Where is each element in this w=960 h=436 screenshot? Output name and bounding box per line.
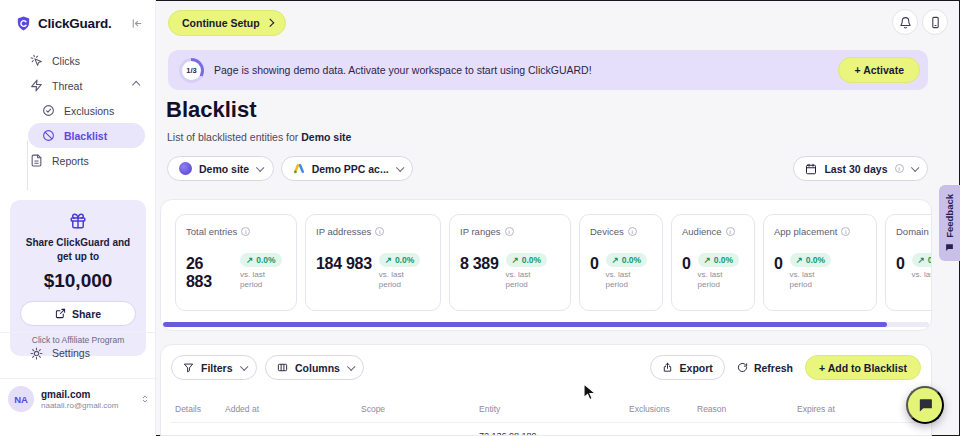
- user-meta: gmail.com naatali.ro@gmail.com: [41, 389, 118, 410]
- block-icon: [42, 129, 55, 142]
- nav-label: Clicks: [52, 55, 80, 67]
- page-title: Blacklist: [166, 97, 257, 123]
- user-account-menu[interactable]: NA gmail.com naatali.ro@gmail.com: [8, 386, 150, 412]
- cursor-click-icon: [30, 54, 43, 67]
- info-icon[interactable]: [375, 227, 384, 236]
- user-name: gmail.com: [41, 389, 118, 400]
- sidebar-item-threat[interactable]: Threat: [10, 73, 145, 98]
- export-icon: [662, 362, 673, 373]
- feedback-label: Feedback: [944, 194, 955, 238]
- col-entity[interactable]: Entity: [479, 404, 629, 414]
- notifications-button[interactable]: [892, 9, 918, 35]
- stat-label: App placement: [774, 226, 837, 237]
- table-row[interactable]: 72.136.98.189: [171, 422, 921, 436]
- stat-card-devices: Devices 0 ↗0.0%vs. last period: [579, 214, 663, 311]
- chat-launcher-button[interactable]: [906, 386, 944, 424]
- user-email: naatali.ro@gmail.com: [41, 401, 118, 410]
- info-icon[interactable]: [628, 227, 637, 236]
- stats-scrollbar-track[interactable]: [163, 322, 929, 327]
- export-button[interactable]: Export: [650, 355, 725, 380]
- trend-up-icon: ↗: [796, 255, 803, 265]
- col-expires-at[interactable]: Expires at: [797, 404, 915, 414]
- site-selector-label: Demo site: [199, 163, 249, 175]
- info-icon[interactable]: [241, 227, 250, 236]
- promo-title: Share ClickGuard and get up to: [20, 236, 136, 263]
- ppc-account-selector[interactable]: Demo PPC ac...: [281, 156, 414, 181]
- devices-button[interactable]: [922, 9, 948, 35]
- refresh-button[interactable]: Refresh: [733, 362, 797, 374]
- divider: [0, 332, 155, 333]
- filters-button[interactable]: Filters: [171, 355, 257, 380]
- external-link-icon: [55, 308, 66, 319]
- stat-label: IP addresses: [316, 226, 371, 237]
- trend-badge: ↗0.0%: [606, 253, 648, 267]
- columns-button[interactable]: Columns: [265, 355, 364, 380]
- activate-button[interactable]: + Activate: [838, 57, 920, 83]
- sidebar-item-reports[interactable]: Reports: [10, 148, 145, 173]
- nav-label: Threat: [52, 80, 82, 92]
- stat-value: 0: [774, 255, 783, 273]
- settings-label: Settings: [52, 347, 90, 359]
- sidebar-item-clicks[interactable]: Clicks: [10, 48, 145, 73]
- device-icon: [929, 16, 942, 29]
- vs-period: vs. last period: [606, 270, 652, 289]
- subtitle-text: List of blacklisted entities for: [167, 131, 298, 143]
- setup-progress-ring: 1/3: [179, 58, 204, 83]
- sidebar-item-settings[interactable]: Settings: [10, 340, 146, 366]
- chevron-right-icon: [265, 19, 273, 27]
- scope-filter-row: Demo site Demo PPC ac...: [167, 156, 413, 181]
- continue-setup-button[interactable]: Continue Setup: [168, 10, 286, 36]
- share-button[interactable]: Share: [20, 301, 136, 326]
- feedback-tab[interactable]: Feedback: [939, 185, 960, 261]
- trend-up-icon: ↗: [385, 255, 392, 265]
- blacklist-table-panel: Filters Columns Export: [160, 344, 932, 436]
- refresh-label: Refresh: [754, 362, 793, 374]
- chevron-up-icon: [132, 80, 138, 92]
- report-file-icon: [30, 154, 43, 167]
- col-added-at[interactable]: Added at: [225, 404, 361, 414]
- col-details[interactable]: Details: [175, 404, 225, 414]
- stat-card-ip-ranges: IP ranges 8 389 ↗0.0%vs. last period: [449, 214, 571, 311]
- brand-name: ClickGuard.: [38, 16, 112, 31]
- stat-label: Domain pla...: [896, 226, 932, 237]
- funnel-icon: [183, 362, 194, 373]
- stat-value: 0: [896, 255, 905, 273]
- trend-up-icon: ↗: [512, 255, 519, 265]
- sidebar-item-exclusions[interactable]: Exclusions: [28, 98, 145, 123]
- stat-value: 8 389: [460, 255, 499, 273]
- sidebar-item-blacklist[interactable]: Blacklist: [28, 123, 145, 148]
- add-to-blacklist-button[interactable]: + Add to Blacklist: [805, 355, 921, 380]
- col-reason[interactable]: Reason: [697, 404, 797, 414]
- subtitle-site-name: Demo site: [301, 131, 351, 143]
- sidebar-nav: Clicks Threat Exclusions Blacklist: [0, 42, 155, 173]
- info-icon[interactable]: [726, 227, 735, 236]
- calendar-icon: [805, 163, 817, 175]
- main-content: Continue Setup 1/3 Page is showing demo …: [156, 0, 960, 436]
- trend-up-icon: ↗: [918, 255, 925, 265]
- info-icon[interactable]: [505, 227, 514, 236]
- promo-amount: $10,000: [20, 270, 136, 292]
- chevron-down-icon: [911, 163, 919, 171]
- app-window: ClickGuard. Clicks Threat: [0, 0, 960, 436]
- trend-badge: ↗0.0%: [790, 253, 832, 267]
- col-scope[interactable]: Scope: [361, 404, 479, 414]
- nav-label: Blacklist: [64, 130, 107, 142]
- date-range-selector[interactable]: Last 30 days: [793, 156, 928, 181]
- stats-scrollbar-thumb[interactable]: [163, 322, 887, 327]
- site-selector[interactable]: Demo site: [167, 156, 274, 181]
- trend-badge: ↗0.0%: [379, 253, 421, 267]
- refresh-icon: [737, 362, 748, 373]
- sidebar-collapse-icon[interactable]: [130, 17, 143, 30]
- trend-badge: ↗0.0%: [240, 253, 282, 267]
- chevron-down-icon: [396, 163, 404, 171]
- gear-icon: [30, 347, 43, 360]
- clickguard-shield-icon: [15, 15, 32, 32]
- feedback-chat-icon: [945, 243, 954, 252]
- stat-label: Devices: [590, 226, 624, 237]
- chevron-down-icon: [347, 362, 355, 370]
- google-ads-icon: [293, 163, 305, 175]
- info-icon[interactable]: [841, 227, 850, 236]
- trend-badge: ↗0.0%: [912, 253, 932, 267]
- chevron-down-icon: [256, 163, 264, 171]
- col-exclusions[interactable]: Exclusions: [629, 404, 697, 414]
